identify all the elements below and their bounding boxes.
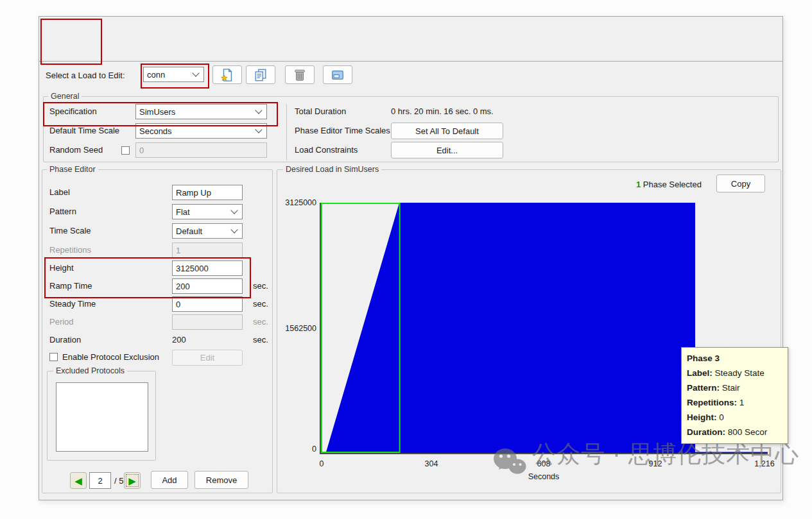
tooltip-row-duration: Duration: 800 Secor (687, 425, 788, 439)
rename-window-icon (331, 68, 345, 82)
tab-actions-label: Actions (48, 45, 71, 62)
load-constraints-label: Load Constraints (295, 145, 358, 155)
y-tick-zero: 0 (263, 445, 316, 454)
steady-time-input[interactable] (172, 296, 243, 312)
tooltip-row-repetitions: Repetitions: 1 (687, 395, 788, 410)
watermark-text: 公众号 · 思博伦技术中心 (532, 440, 799, 468)
tab-subnets-label: Subnets (65, 45, 88, 62)
total-duration-value: 0 hrs. 20 min. 16 sec. 0 ms. (391, 106, 494, 116)
tab-row-main: Client Server Content Files Notes Run Re… (44, 21, 79, 38)
next-phase-button[interactable]: ▶ (124, 472, 141, 489)
copy-load-button[interactable] (246, 65, 275, 84)
protocol-exclusion-edit-button: Edit (172, 350, 243, 366)
total-duration-label: Total Duration (295, 106, 346, 116)
right-arrow-icon: ▶ (128, 476, 136, 486)
y-tick-mid: 1562500 (263, 324, 316, 333)
tooltip-row-label: Label: Steady State (687, 366, 788, 380)
enable-protocol-exclusion-label: Enable Protocol Exclusion (62, 352, 159, 362)
copy-documents-icon (254, 68, 268, 82)
ramp-time-unit: sec. (253, 281, 268, 291)
period-label: Period (49, 317, 74, 327)
screenshot-stage: Client Server Content Files Notes Run Re… (0, 0, 812, 519)
excluded-protocols-title: Excluded Protocols (53, 366, 127, 375)
tab-results-label: Results (74, 21, 96, 38)
desired-load-group-title: Desired Load in SimUsers (283, 165, 381, 174)
phase-editor-time-scales-label: Phase Editor Time Scales (295, 126, 390, 135)
new-document-star-icon (220, 68, 234, 82)
phase-number-input[interactable] (89, 472, 111, 489)
trash-icon (293, 68, 307, 82)
random-seed-input (135, 142, 267, 158)
default-time-scale-dropdown[interactable]: Seconds (135, 123, 267, 139)
app-window: Client Server Content Files Notes Run Re… (39, 16, 783, 500)
rename-load-button[interactable] (323, 65, 352, 84)
random-seed-checkbox[interactable] (121, 146, 130, 155)
chevron-down-icon (230, 207, 238, 214)
tab-notes-label: Notes (62, 21, 85, 38)
period-input (172, 314, 243, 330)
time-scale-dropdown[interactable]: Default (172, 223, 243, 239)
left-arrow-icon: ◀ (74, 476, 82, 486)
previous-phase-button[interactable]: ◀ (70, 472, 87, 489)
height-label: Height (49, 263, 74, 273)
tab-associations-label: Associations (77, 45, 99, 62)
random-seed-label: Random Seed (49, 145, 103, 155)
tab-esp-label: ESP (80, 21, 102, 38)
general-group-title: General (48, 92, 82, 101)
tab-ports-label: Ports (71, 45, 94, 62)
delete-load-button[interactable] (285, 65, 315, 84)
enable-protocol-exclusion-checkbox[interactable] (49, 353, 58, 361)
chevron-down-icon (230, 226, 238, 233)
duration-value: 200 (172, 335, 186, 345)
pattern-label: Pattern (49, 207, 76, 216)
tab-server-label: Server (51, 21, 73, 38)
y-tick-max: 3125000 (263, 198, 316, 207)
time-scale-label: Time Scale (49, 226, 91, 235)
tab-pane-border (39, 61, 782, 62)
tab-profiles-label: Profiles (54, 45, 76, 62)
phase-tooltip: Phase 3 Label: Steady State Pattern: Sta… (681, 347, 788, 444)
add-phase-button[interactable]: Add (151, 471, 188, 489)
phase-selected-text: Phase Selected (643, 180, 702, 189)
watermark: 公众号 · 思博伦技术中心 (492, 440, 799, 477)
phase-label-input[interactable] (172, 185, 243, 200)
tab-network-label: Network (60, 45, 82, 62)
duration-unit: sec. (253, 335, 268, 345)
select-load-label: Select a Load to Edit: (46, 71, 125, 80)
specification-value: SimUsers (139, 107, 175, 117)
chevron-down-icon (255, 126, 262, 133)
load-select-dropdown[interactable]: conn (143, 67, 204, 82)
new-load-button[interactable] (212, 65, 242, 84)
repetitions-label: Repetitions (49, 245, 91, 255)
tab-client-label: Client (45, 21, 67, 38)
phase-editor-group-title: Phase Editor (47, 165, 98, 174)
copy-phase-button[interactable]: Copy (716, 174, 765, 192)
load-constraints-edit-button[interactable]: Edit... (391, 142, 503, 158)
steady-time-label: Steady Time (49, 299, 96, 309)
remove-phase-button[interactable]: Remove (194, 471, 248, 489)
tooltip-title: Phase 3 (687, 351, 788, 366)
phase-selected-count: 1 (636, 180, 641, 189)
pattern-value: Flat (176, 207, 190, 217)
chevron-down-icon (192, 69, 199, 76)
set-all-to-default-button[interactable]: Set All To Default (391, 123, 503, 139)
default-time-scale-label: Default Time Scale (49, 126, 119, 135)
steady-time-unit: sec. (253, 299, 268, 309)
chevron-down-icon (255, 106, 262, 114)
tab-loads-label: Loads (42, 45, 65, 62)
pattern-dropdown[interactable]: Flat (172, 204, 243, 219)
tab-row-client-sub: Loads Actions Profiles Network Subnets P… (42, 44, 76, 62)
specification-label: Specification (49, 106, 97, 116)
x-tick-1: 304 (425, 459, 438, 468)
ramp-time-input[interactable] (172, 278, 243, 294)
height-input[interactable] (172, 260, 243, 276)
ramp-time-label: Ramp Time (49, 281, 92, 291)
wechat-icon (492, 447, 527, 477)
tooltip-row-pattern: Pattern: Stair (687, 380, 788, 395)
time-scale-value: Default (176, 226, 202, 236)
phase-selected-status: 1 Phase Selected (636, 180, 702, 189)
repetitions-input (172, 242, 243, 258)
load-select-value: conn (147, 70, 165, 80)
excluded-protocols-list[interactable] (56, 382, 148, 452)
specification-dropdown[interactable]: SimUsers (135, 104, 267, 119)
